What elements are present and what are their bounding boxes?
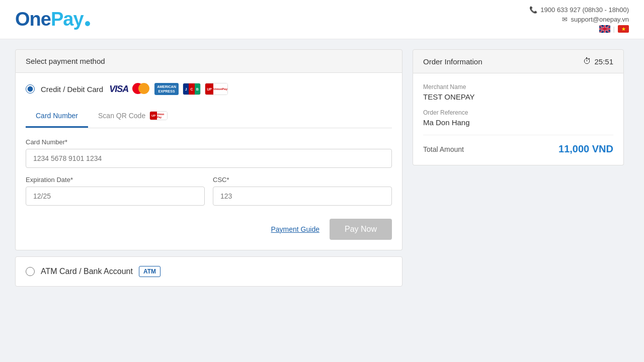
tab-card-number[interactable]: Card Number bbox=[26, 105, 88, 128]
language-row: | ★ bbox=[529, 25, 629, 33]
atm-label: ATM Card / Bank Account bbox=[41, 267, 133, 276]
credit-card-radio-row: Credit / Debit Card VISA AMERICAN EXPRES… bbox=[26, 83, 392, 95]
merchant-value: TEST ONEPAY bbox=[423, 93, 613, 101]
tab-unionpay-badge: UP Union Pay bbox=[149, 111, 168, 120]
email-icon bbox=[562, 16, 568, 23]
merchant-row: Merchant Name TEST ONEPAY bbox=[423, 83, 613, 101]
phone-row: 1900 633 927 (08h30 - 18h00) bbox=[529, 6, 629, 14]
pay-now-button[interactable]: Pay Now bbox=[330, 219, 392, 240]
card-tabs: Card Number Scan QR Code UP Union Pay bbox=[26, 105, 392, 128]
expiry-group: Expiration Date* bbox=[26, 176, 205, 206]
header-contact: 1900 633 927 (08h30 - 18h00) support@one… bbox=[529, 6, 629, 33]
expiry-csc-row: Expiration Date* CSC* bbox=[26, 176, 392, 214]
timer-value: 25:51 bbox=[594, 57, 613, 66]
payment-section-title: Select payment method bbox=[26, 57, 105, 65]
action-row: Payment Guide Pay Now bbox=[26, 219, 392, 240]
email-address: support@onepay.vn bbox=[571, 16, 629, 23]
order-info-body: Merchant Name TEST ONEPAY Order Referenc… bbox=[413, 73, 624, 165]
mastercard-logo bbox=[132, 83, 150, 95]
card-number-input[interactable] bbox=[26, 149, 392, 168]
flag-uk[interactable] bbox=[599, 25, 610, 33]
timer: 25:51 bbox=[583, 57, 613, 66]
csc-input[interactable] bbox=[213, 187, 392, 206]
logo-dot bbox=[85, 21, 90, 26]
payment-guide-link[interactable]: Payment Guide bbox=[271, 225, 319, 233]
phone-number: 1900 633 927 (08h30 - 18h00) bbox=[540, 6, 629, 14]
credit-card-radio[interactable] bbox=[26, 84, 35, 94]
tab-scan-qr[interactable]: Scan QR Code UP Union Pay bbox=[88, 105, 178, 128]
phone-icon bbox=[529, 6, 537, 14]
atm-badge: ATM bbox=[139, 266, 160, 277]
logo-pay: Pay bbox=[51, 9, 84, 30]
credit-card-section: Credit / Debit Card VISA AMERICAN EXPRES… bbox=[15, 73, 403, 250]
reference-value: Ma Don Hang bbox=[423, 118, 613, 127]
vn-star: ★ bbox=[621, 27, 626, 32]
card-logos: VISA AMERICAN EXPRESS J bbox=[109, 83, 228, 95]
order-info-title: Order Information bbox=[423, 57, 482, 66]
email-row: support@onepay.vn bbox=[529, 16, 629, 23]
unionpay-logo: UP UnionPay bbox=[205, 83, 228, 95]
clock-icon bbox=[583, 57, 591, 66]
left-panel: Select payment method Credit / Debit Car… bbox=[15, 49, 403, 287]
jcb-logo: J C B bbox=[183, 83, 201, 95]
merchant-label: Merchant Name bbox=[423, 83, 613, 90]
logo-one: One bbox=[15, 9, 51, 30]
reference-row: Order Reference Ma Don Hang bbox=[423, 109, 613, 127]
reference-label: Order Reference bbox=[423, 109, 613, 116]
atm-section: ATM Card / Bank Account ATM bbox=[15, 256, 403, 287]
expiry-label: Expiration Date* bbox=[26, 176, 205, 184]
right-panel: Order Information 25:51 Merchant Name TE… bbox=[413, 49, 624, 287]
csc-group: CSC* bbox=[213, 176, 392, 206]
payment-section-header: Select payment method bbox=[15, 49, 403, 73]
total-row: Total Amount 11,000 VND bbox=[423, 135, 613, 155]
total-amount: 11,000 VND bbox=[558, 143, 613, 155]
flag-vn[interactable]: ★ bbox=[618, 25, 629, 33]
header: OnePay 1900 633 927 (08h30 - 18h00) supp… bbox=[0, 0, 644, 39]
atm-radio[interactable] bbox=[26, 267, 35, 276]
credit-card-label: Credit / Debit Card bbox=[41, 85, 103, 94]
order-info-header: Order Information 25:51 bbox=[413, 49, 624, 73]
main-layout: Select payment method Credit / Debit Car… bbox=[0, 39, 644, 297]
total-label: Total Amount bbox=[423, 145, 464, 153]
amex-logo: AMERICAN EXPRESS bbox=[154, 83, 179, 95]
logo: OnePay bbox=[15, 9, 90, 30]
visa-logo: VISA bbox=[109, 84, 128, 95]
csc-label: CSC* bbox=[213, 176, 392, 184]
lang-divider: | bbox=[613, 25, 615, 33]
expiry-input[interactable] bbox=[26, 187, 205, 206]
card-number-label: Card Number* bbox=[26, 138, 392, 146]
card-number-group: Card Number* bbox=[26, 138, 392, 168]
